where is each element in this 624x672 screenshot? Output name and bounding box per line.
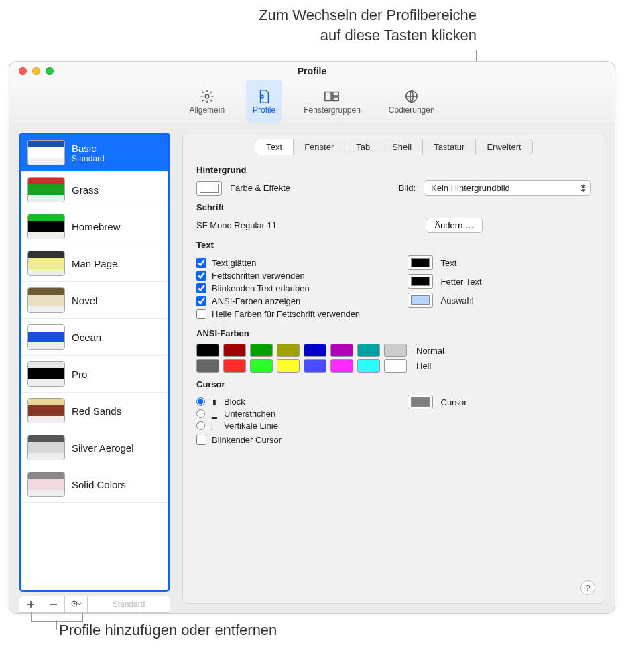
help-button[interactable]: ? <box>580 580 595 595</box>
cursor-color-well[interactable] <box>408 395 433 409</box>
chk-blinking-cursor[interactable]: Blinkender Cursor <box>196 435 381 445</box>
toolbar-codierungen[interactable]: Codierungen <box>382 80 442 123</box>
toolbar-allgemein[interactable]: Allgemein <box>182 80 231 123</box>
text-section: Text glätten Fettschriften verwenden Bli… <box>196 255 591 322</box>
chk-smooth-text[interactable]: Text glätten <box>196 258 381 268</box>
ansi-swatch[interactable] <box>357 344 380 357</box>
text-color-well[interactable] <box>408 255 433 270</box>
text-color-well[interactable] <box>408 293 433 308</box>
ansi-swatch[interactable] <box>196 344 219 357</box>
tab-erweitert[interactable]: Erweitert <box>476 139 532 155</box>
tab-tab[interactable]: Tab <box>345 139 381 155</box>
vbar-glyph-icon: ▏ <box>210 421 219 431</box>
cursor-underline-radio[interactable]: ▁Unterstrichen <box>196 409 381 419</box>
profile-item-red-sands[interactable]: Red Sands <box>21 393 168 429</box>
tab-fenster[interactable]: Fenster <box>294 139 345 155</box>
main: TextFensterTabShellTastaturErweitert Hin… <box>170 123 615 613</box>
callout-top-line2: auf diese Tasten klicken <box>0 25 477 46</box>
ansi-swatch[interactable] <box>384 359 407 373</box>
toolbar-profile[interactable]: Profile <box>246 80 282 123</box>
callout-top-line1: Zum Wechseln der Profilbereiche <box>0 5 477 25</box>
svg-rect-3 <box>333 92 338 96</box>
profile-item-pro[interactable]: Pro <box>21 356 168 393</box>
ansi-swatch[interactable] <box>357 359 380 373</box>
background-color-label: Farbe & Effekte <box>230 183 290 193</box>
tab-text[interactable]: Text <box>255 139 294 155</box>
cursor-color-label: Cursor <box>441 397 467 407</box>
chk-allow-blink[interactable]: Blinkenden Text erlauben <box>196 283 381 293</box>
toolbar-fenstergruppen[interactable]: Fenstergruppen <box>297 80 367 123</box>
windows-icon <box>323 88 340 105</box>
background-row: Farbe & Effekte Bild: Kein Hintergrundbi… <box>196 180 591 196</box>
titlebar: Profile <box>9 62 615 80</box>
underline-glyph-icon: ▁ <box>210 409 219 419</box>
profile-thumb <box>27 361 65 387</box>
ansi-swatch[interactable] <box>250 359 273 373</box>
change-font-button[interactable]: Ändern … <box>426 218 483 233</box>
profile-item-silver-aerogel[interactable]: Silver Aerogel <box>21 429 168 466</box>
text-color-wells: TextFetter TextAuswahl <box>408 255 592 322</box>
profile-list[interactable]: BasicStandardGrassHomebrewMan PageNovelO… <box>19 133 170 592</box>
ansi-swatch[interactable] <box>223 359 246 373</box>
more-actions-button[interactable] <box>65 596 88 612</box>
ansi-swatch[interactable] <box>250 344 273 357</box>
globe-icon <box>403 88 420 105</box>
background-color-well[interactable] <box>196 181 222 196</box>
ansi-swatch[interactable] <box>277 344 300 357</box>
ansi-swatch[interactable] <box>304 359 326 373</box>
section-heading-ansi: ANSI-Farben <box>196 328 591 338</box>
svg-point-1 <box>261 95 264 98</box>
minus-icon <box>50 600 58 608</box>
add-profile-button[interactable] <box>19 596 42 612</box>
profile-item-grass[interactable]: Grass <box>21 172 168 208</box>
profile-thumb <box>27 251 65 276</box>
cursor-block-radio[interactable]: ▮Block <box>196 397 381 407</box>
block-glyph-icon: ▮ <box>210 397 219 407</box>
chevron-updown-icon: ▴▾ <box>582 183 585 192</box>
background-image-value: Kein Hintergrundbild <box>431 183 510 193</box>
set-default-button[interactable]: Standard <box>88 596 170 612</box>
profile-thumb <box>27 435 65 460</box>
toolbar: AllgemeinProfileFenstergruppenCodierunge… <box>9 80 615 123</box>
profile-thumb <box>27 214 65 239</box>
sidebar: BasicStandardGrassHomebrewMan PageNovelO… <box>9 123 170 613</box>
ansi-swatch[interactable] <box>196 359 219 373</box>
profile-thumb <box>27 140 65 165</box>
profile-thumb <box>27 287 65 313</box>
background-image-select[interactable]: Kein Hintergrundbild ▴▾ <box>424 180 591 196</box>
profile-item-basic[interactable]: BasicStandard <box>21 135 168 172</box>
preferences-window: Profile AllgemeinProfileFenstergruppenCo… <box>9 61 615 614</box>
background-image-label: Bild: <box>399 183 416 193</box>
content: BasicStandardGrassHomebrewMan PageNovelO… <box>9 123 615 613</box>
text-color-well[interactable] <box>408 274 433 289</box>
svg-point-0 <box>205 94 209 98</box>
ansi-swatch[interactable] <box>223 344 246 357</box>
cursor-vertical-radio[interactable]: ▏Vertikale Linie <box>196 421 381 431</box>
chk-bright-bold[interactable]: Helle Farben für Fettschrift verwenden <box>196 309 381 319</box>
profile-item-solid-colors[interactable]: Solid Colors <box>21 466 168 503</box>
more-icon <box>71 600 82 608</box>
ansi-swatch[interactable] <box>277 359 300 373</box>
plus-icon <box>27 600 35 608</box>
callout-bottom-text: Profile hinzufügen oder entfernen <box>59 622 277 639</box>
section-heading-font: Schrift <box>196 202 591 212</box>
callout-bottom: Profile hinzufügen oder entfernen <box>59 622 277 639</box>
chk-use-bold[interactable]: Fettschriften verwenden <box>196 271 381 281</box>
profile-thumb <box>27 472 65 497</box>
profile-item-ocean[interactable]: Ocean <box>21 319 168 356</box>
remove-profile-button[interactable] <box>42 596 65 612</box>
profile-item-man-page[interactable]: Man Page <box>21 245 168 282</box>
chk-ansi-colors[interactable]: ANSI-Farben anzeigen <box>196 296 381 306</box>
section-heading-cursor: Cursor <box>196 379 591 389</box>
ansi-swatch[interactable] <box>304 344 326 357</box>
svg-rect-2 <box>325 92 331 101</box>
profile-item-novel[interactable]: Novel <box>21 282 168 319</box>
ansi-swatch[interactable] <box>330 359 353 373</box>
svg-point-7 <box>73 603 75 605</box>
profile-item-homebrew[interactable]: Homebrew <box>21 208 168 245</box>
tab-tastatur[interactable]: Tastatur <box>423 139 476 155</box>
section-heading-text: Text <box>196 240 591 250</box>
tab-shell[interactable]: Shell <box>381 139 423 155</box>
ansi-swatch[interactable] <box>330 344 353 357</box>
ansi-swatch[interactable] <box>384 344 407 357</box>
